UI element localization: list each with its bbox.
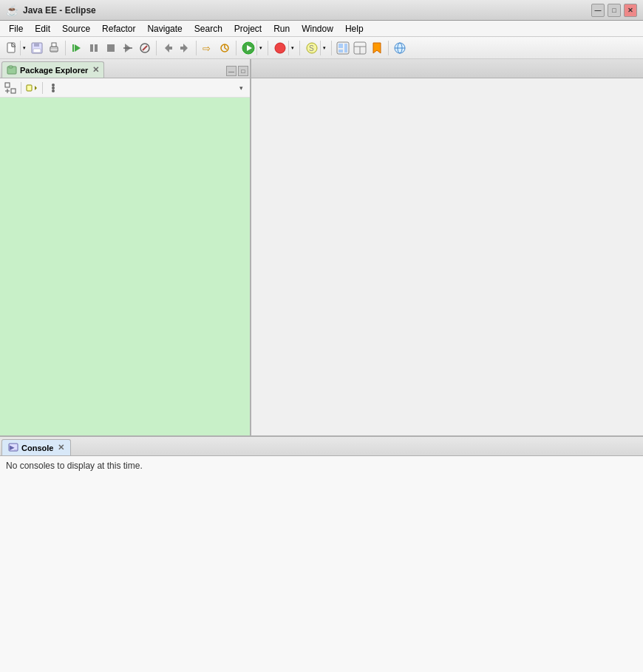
toolbar-separator-2	[156, 41, 157, 55]
package-explorer-panel: Package Explorer ✕ — □	[0, 59, 251, 435]
editor-tab-bar	[251, 59, 643, 78]
svg-rect-4	[33, 49, 41, 52]
menu-bar: File Edit Source Refactor Navigate Searc…	[0, 21, 643, 37]
toolbar-separator-6	[299, 41, 300, 55]
svg-rect-43	[5, 83, 10, 87]
pe-tab[interactable]: Package Explorer ✕	[1, 61, 104, 78]
console-content-area: No consoles to display at this time.	[0, 456, 643, 672]
svg-rect-42	[9, 66, 13, 68]
console-close-button[interactable]: ✕	[58, 443, 64, 452]
new-file-button-group[interactable]: ▾	[3, 40, 28, 56]
pe-content-area[interactable]	[0, 98, 250, 435]
toolbar-separator-8	[388, 41, 389, 55]
main-layout: Package Explorer ✕ — □	[0, 59, 643, 672]
link-with-editor-button[interactable]	[24, 81, 39, 95]
close-button[interactable]: ✕	[624, 4, 637, 17]
svg-rect-18	[169, 47, 172, 50]
pe-toolbar: ▾	[0, 78, 250, 98]
run-dropdown-arrow[interactable]: ▾	[256, 41, 264, 55]
svg-marker-8	[75, 44, 81, 52]
save-button[interactable]	[29, 40, 45, 56]
run-icon	[240, 41, 256, 55]
svg-marker-37	[373, 43, 381, 53]
pe-minimize-button[interactable]: —	[226, 66, 237, 76]
svg-point-50	[52, 89, 55, 92]
maximize-button[interactable]: □	[608, 4, 621, 17]
collapse-all-button[interactable]	[3, 81, 18, 95]
svg-text:▶_: ▶_	[10, 444, 18, 451]
svg-rect-33	[344, 44, 347, 52]
suspend-button[interactable]	[86, 40, 102, 56]
menu-window[interactable]: Window	[296, 21, 339, 36]
disconnect-button[interactable]	[137, 40, 153, 56]
menu-search[interactable]: Search	[188, 21, 228, 36]
server-dropdown-arrow[interactable]: ▾	[320, 41, 327, 55]
toolbar-separator-4	[236, 41, 237, 55]
console-tab[interactable]: ▶_ Console ✕	[1, 439, 71, 455]
new-file-icon	[4, 41, 20, 55]
menu-run[interactable]: Run	[268, 21, 296, 36]
pe-tb-sep-1	[21, 82, 21, 94]
svg-point-48	[52, 84, 55, 86]
svg-rect-11	[95, 44, 98, 52]
toolbar-separator-5	[268, 41, 268, 55]
menu-source[interactable]: Source	[56, 21, 96, 36]
external-tools-button[interactable]	[217, 40, 233, 56]
menu-edit[interactable]: Edit	[29, 21, 56, 36]
menu-help[interactable]: Help	[339, 21, 370, 36]
toolbar-separator-7	[331, 41, 332, 55]
toolbar-separator-3	[196, 41, 197, 55]
pe-close-button[interactable]: ✕	[92, 65, 99, 75]
editor-content[interactable]	[251, 78, 643, 435]
view-menu-button[interactable]	[46, 81, 61, 95]
debug-step-over-button[interactable]	[69, 40, 85, 56]
app-icon: ☕	[6, 4, 18, 16]
pe-view-dropdown[interactable]: ▾	[235, 81, 247, 95]
menu-project[interactable]: Project	[228, 21, 268, 36]
pe-tb-sep-2	[42, 82, 43, 94]
svg-text:⇨: ⇨	[203, 43, 211, 54]
browser-button[interactable]	[392, 40, 408, 56]
package-explorer-icon	[7, 64, 17, 75]
svg-rect-3	[34, 43, 39, 47]
title-bar: ☕ Java EE - Eclipse — □ ✕	[0, 0, 643, 21]
pe-tab-label: Package Explorer	[20, 66, 88, 75]
new-file-dropdown-arrow[interactable]: ▾	[20, 41, 27, 55]
server-button-group[interactable]: S ▾	[303, 40, 328, 56]
svg-point-27	[275, 43, 285, 53]
forward-button[interactable]	[177, 40, 193, 56]
toolbar-separator-1	[65, 41, 66, 55]
svg-rect-9	[72, 44, 74, 52]
pe-tab-bar: Package Explorer ✕ — □	[0, 59, 250, 78]
svg-rect-10	[90, 44, 93, 52]
stop-button[interactable]	[103, 40, 119, 56]
record-icon	[272, 41, 288, 55]
svg-rect-44	[11, 89, 16, 93]
bookmark-button[interactable]	[369, 40, 385, 56]
menu-file[interactable]: File	[3, 21, 29, 36]
open-perspective-button[interactable]	[335, 40, 351, 56]
record-button-group[interactable]: ▾	[271, 40, 296, 56]
console-tab-bar: ▶_ Console ✕	[0, 437, 643, 456]
open-type-button[interactable]: ⇨	[200, 40, 216, 56]
menu-refactor[interactable]: Refactor	[96, 21, 141, 36]
minimize-button[interactable]: —	[591, 4, 605, 17]
pe-window-controls: — □	[226, 66, 248, 78]
svg-marker-17	[165, 44, 169, 52]
window-controls: — □ ✕	[591, 4, 637, 17]
no-consoles-message: No consoles to display at this time.	[6, 461, 143, 471]
menu-navigate[interactable]: Navigate	[141, 21, 188, 36]
svg-marker-19	[183, 44, 188, 52]
svg-rect-20	[180, 47, 183, 50]
step-into-button[interactable]	[120, 40, 136, 56]
console-icon: ▶_	[8, 442, 18, 453]
run-button-group[interactable]: ▾	[239, 40, 265, 56]
print-button[interactable]	[46, 40, 62, 56]
show-view-button[interactable]	[352, 40, 368, 56]
back-button[interactable]	[160, 40, 176, 56]
svg-rect-47	[27, 85, 32, 91]
bottom-panel: ▶_ Console ✕ No consoles to display at t…	[0, 435, 643, 672]
pe-maximize-button[interactable]: □	[238, 66, 248, 76]
record-dropdown-arrow[interactable]: ▾	[288, 41, 296, 55]
svg-rect-31	[338, 44, 343, 48]
